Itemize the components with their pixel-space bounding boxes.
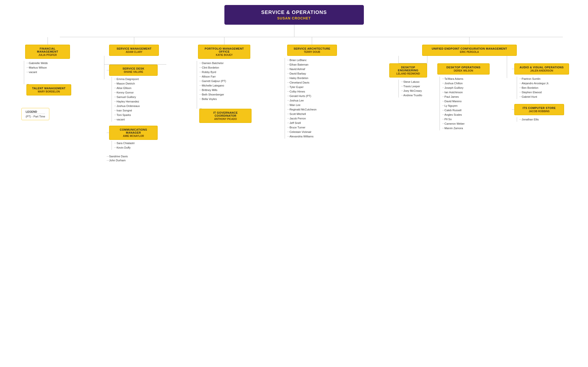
staff-item: Bruce Turner xyxy=(287,125,342,130)
desktop-engineering-name: LELAND REDMOND xyxy=(393,72,424,75)
staff-item: Markus Wilson xyxy=(26,65,74,70)
staff-item: Navid Ashraf xyxy=(287,67,342,71)
desktop-engineering-title: DESKTOP ENGINEERING xyxy=(393,66,424,72)
staff-item: Ethan Bateman xyxy=(287,62,342,67)
staff-item: Joseph Guillory xyxy=(442,86,499,90)
org-chart: SERVICE & OPERATIONS SUSAN CROCHET FINAN… xyxy=(5,5,583,162)
staff-item: Samuel Guillory xyxy=(114,95,166,99)
staff-item: Kevin Duffy xyxy=(114,145,166,150)
unified-endpoint-box: UNIFIED ENDPOINT CONFIGURATION MANAGEMEN… xyxy=(422,45,517,56)
root-node: SERVICE & OPERATIONS SUSAN CROCHET xyxy=(224,5,364,25)
portfolio-management-title: PORTFOLIO MANAGEMENT OFFICE xyxy=(201,47,247,53)
portfolio-management-box: PORTFOLIO MANAGEMENT OFFICE KATIE BOUEY xyxy=(198,45,250,59)
staff-item: Caleb Russell xyxy=(442,108,499,112)
service-desk-title: SERVICE DESK xyxy=(113,67,154,70)
staff-item: Gabriel Hunt xyxy=(519,94,569,99)
staff-item: Brittney Mills xyxy=(199,88,254,92)
staff-item: Alexandria Williams xyxy=(287,134,342,139)
staff-item: Alise Ellison xyxy=(114,86,166,90)
portfolio-management-name: KATIE BOUEY xyxy=(201,54,247,56)
staff-item: Robby Byrd xyxy=(199,70,254,74)
unified-endpoint-name: ERIC PERGOLA xyxy=(426,51,513,53)
staff-item: Travis Leeper xyxy=(401,84,427,89)
staff-item: Bella Voyles xyxy=(199,97,254,101)
audio-visual-box: AUDIO & VISUAL OPERATIONS JALEN ANDERSON xyxy=(514,63,569,75)
its-computer-store-name: JACOB ROBBINS xyxy=(518,110,561,113)
staff-item: Ben Bordelon xyxy=(519,86,569,90)
financial-management-name: JULIA PFEIFER xyxy=(29,54,66,56)
staff-item: Ly Nguyen xyxy=(442,103,499,108)
staff-item: Mason Dietrich xyxy=(114,81,166,86)
staff-item: John Durham xyxy=(109,159,126,162)
communications-manager-title: COMMUNICATIONS MANAGER xyxy=(113,128,154,134)
root-name: SUSAN CROCHET xyxy=(234,16,354,20)
staff-item: Michelle Lategano xyxy=(199,83,254,88)
staff-item: vacant xyxy=(26,70,74,74)
staff-item: Brian LeBlanc xyxy=(287,58,342,62)
staff-item: Hayley Hernandez xyxy=(114,99,166,104)
staff-item: Beth Shoenberger xyxy=(199,92,254,97)
desktop-engineering-box: DESKTOP ENGINEERING LELAND REDMOND xyxy=(389,63,427,78)
desktop-operations-box: DESKTOP OPERATIONS DEREK WILSON xyxy=(437,63,490,75)
desktop-operations-title: DESKTOP OPERATIONS xyxy=(441,66,486,69)
staff-item: Steve Latuso xyxy=(401,80,427,84)
service-desk-name: SHANE VALURE xyxy=(113,71,154,73)
staff-item: Alejandro Arostegui Jr. xyxy=(519,81,569,86)
staff-item: Sara Chialastri xyxy=(114,141,166,145)
staff-item: Stephen Elwood xyxy=(519,90,569,94)
root-title: SERVICE & OPERATIONS xyxy=(234,9,354,15)
staff-item: Gerald Hurts (PT) xyxy=(287,94,342,98)
staff-item: Ta'Mara Adams xyxy=(442,77,499,81)
staff-item: Joshua Chilton xyxy=(442,81,499,86)
staff-item: Andrew Truxillo xyxy=(401,93,427,97)
staff-item: Sandrine Davis xyxy=(109,155,128,158)
staff-item: Wan Lee xyxy=(287,103,342,107)
staff-item: Cleveland Davis xyxy=(287,80,342,85)
staff-item: Joshua Lee xyxy=(287,98,342,103)
staff-item: Paetron Sumlin xyxy=(519,77,569,81)
staff-item: Allison Farr xyxy=(199,74,254,79)
staff-item: Damien Batchelor xyxy=(199,61,254,65)
its-computer-store-title: ITS COMPUTER STORE xyxy=(518,106,561,109)
unified-endpoint-title: UNIFIED ENDPOINT CONFIGURATION MANAGEMEN… xyxy=(426,47,513,50)
communications-manager-box: COMMUNICATIONS MANAGER AMIE MCNAYLOR xyxy=(109,126,158,140)
staff-item: Toni Sparks xyxy=(114,113,166,117)
it-governance-box: IT GOVERNANCE COORDINATOR ANTHONY PICADO xyxy=(199,109,252,123)
staff-item: Joey McCreary xyxy=(401,89,427,93)
service-management-name: ADAM CLARY xyxy=(113,51,155,53)
legend-item: (PT) - Part Time xyxy=(26,115,45,118)
staff-item: Ian Hutchinson xyxy=(442,90,499,94)
staff-item: Angles Scales xyxy=(442,112,499,117)
talent-management-name: MARY BORDELON xyxy=(30,90,68,93)
it-governance-name: ANTHONY PICADO xyxy=(203,118,248,120)
talent-management-box: TALENT MANAGEMENT MARY BORDELON xyxy=(26,84,71,95)
service-architecture-box: SERVICE ARCHITECTURE TERRY DOUB xyxy=(287,45,337,56)
staff-item: Paul James xyxy=(442,94,499,99)
legend-box: LEGEND (PT) - Part Time xyxy=(21,108,49,120)
staff-item: Joshua Ordeneaux xyxy=(114,104,166,108)
desktop-operations-name: DEREK WILSON xyxy=(441,69,486,72)
staff-item: Clint Bordelon xyxy=(199,65,254,70)
service-management-box: SERVICE MANAGEMENT ADAM CLARY xyxy=(109,45,159,56)
staff-item: Jonathan Ellis xyxy=(519,117,569,122)
staff-item: Reginald McCutcheon xyxy=(287,107,342,112)
staff-item: vacant xyxy=(114,117,166,122)
staff-item: Marvin Zamora xyxy=(442,126,499,130)
staff-item: Emma Daigrepont xyxy=(114,77,166,81)
service-architecture-name: TERRY DOUB xyxy=(291,51,333,53)
audio-visual-name: JALEN ANDERSON xyxy=(518,69,566,72)
staff-item: Jeff Snell xyxy=(287,121,342,125)
staff-item: Haley Bordelon xyxy=(287,76,342,80)
audio-visual-title: AUDIO & VISUAL OPERATIONS xyxy=(518,66,566,69)
its-computer-store-box: ITS COMPUTER STORE JACOB ROBBINS xyxy=(514,104,564,115)
staff-item: Gabrielle Webb xyxy=(26,61,74,65)
service-architecture-title: SERVICE ARCHITECTURE xyxy=(291,47,333,50)
staff-item: Colby Himes xyxy=(287,89,342,94)
service-desk-box: SERVICE DESK SHANE VALURE xyxy=(109,65,158,76)
staff-item: Jacob Perron xyxy=(287,116,342,121)
staff-item: David Mareno xyxy=(442,99,499,103)
staff-item: David Barbay xyxy=(287,71,342,76)
staff-item: Tyler Euper xyxy=(287,85,342,89)
communications-manager-name: AMIE MCNAYLOR xyxy=(113,135,154,137)
staff-item: Cameron Weber xyxy=(442,121,499,126)
